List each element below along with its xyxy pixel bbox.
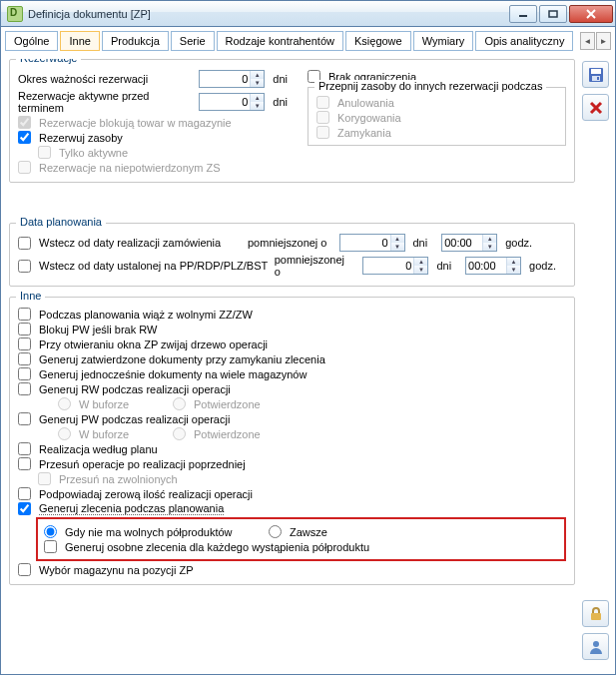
save-button[interactable]: [582, 61, 609, 88]
wstecz2-dni-unit: dni: [436, 260, 451, 272]
cancel-button[interactable]: [582, 94, 609, 121]
close-button[interactable]: [569, 5, 613, 23]
korygowania-label: Korygowania: [337, 112, 401, 124]
group-data-planowania: Data planowania Wstecz od daty realizacj…: [9, 223, 575, 287]
wstecz2-pomn: pomniejszonej o: [275, 254, 351, 278]
wstecz1-label: Wstecz od daty realizacji zamówienia: [39, 237, 244, 249]
i12-checkbox[interactable]: [18, 563, 31, 576]
lock-button[interactable]: [582, 600, 609, 627]
tab-content-inne: Rezerwacje Okres ważności rezerwacji ▲▼ …: [9, 59, 575, 664]
i10-label: Podpowiadaj zerową ilość realizacji oper…: [39, 488, 253, 500]
niepotw-checkbox: [18, 161, 31, 174]
i3-label: Przy otwieraniu okna ZP zwijaj drzewo op…: [39, 338, 268, 350]
tab-ogolne[interactable]: Ogólne: [5, 31, 58, 51]
i9-checkbox[interactable]: [18, 457, 31, 470]
titlebar: Definicja dokumentu [ZP]: [0, 0, 616, 27]
tab-scroll-right-icon[interactable]: ►: [596, 32, 611, 50]
tab-opis[interactable]: Opis analityczny: [475, 31, 573, 51]
tab-produkcja[interactable]: Produkcja: [102, 31, 169, 51]
i8-label: Realizacja według planu: [39, 443, 158, 455]
x-icon: [588, 100, 604, 116]
wstecz2-dni-spinner[interactable]: ▲▼: [362, 257, 428, 275]
i7-wbuf-label: W buforze: [79, 428, 169, 440]
blokuja-checkbox: [18, 116, 31, 129]
rezerwuj-checkbox[interactable]: [18, 131, 31, 144]
i6-wbuf-radio: [58, 397, 71, 410]
side-toolbar-top: [582, 61, 609, 121]
r1-radio[interactable]: [44, 525, 57, 538]
i10-checkbox[interactable]: [18, 487, 31, 500]
svg-rect-1: [549, 11, 557, 17]
group-przepnij: Przepnij zasoby do innych rezerwacji pod…: [308, 87, 566, 146]
i9a-label: Przesuń na zwolnionych: [59, 473, 178, 485]
svg-rect-7: [597, 77, 599, 80]
lock-icon: [588, 606, 604, 622]
i3-checkbox[interactable]: [18, 338, 31, 350]
wstecz2-time-input[interactable]: [466, 258, 506, 274]
maximize-button[interactable]: [539, 5, 567, 23]
wstecz1-time-spinner[interactable]: ▲▼: [441, 234, 497, 252]
zamykania-checkbox: [316, 126, 329, 139]
wstecz1-time-input[interactable]: [442, 235, 482, 251]
anulowania-label: Anulowania: [337, 97, 394, 109]
tab-inne[interactable]: Inne: [60, 31, 99, 51]
i11-checkbox[interactable]: [18, 502, 31, 515]
i7-wbuf-radio: [58, 427, 71, 440]
group-rezerwacje-title: Rezerwacje: [16, 59, 81, 64]
minimize-button[interactable]: [509, 5, 537, 23]
svg-point-11: [593, 641, 599, 647]
wstecz1-dni-unit: dni: [413, 237, 428, 249]
side-toolbar-bottom: [582, 600, 609, 660]
wstecz2-godz-unit: godz.: [529, 260, 556, 272]
window-title: Definicja dokumentu [ZP]: [28, 8, 509, 20]
i1-checkbox[interactable]: [18, 308, 31, 321]
i6-potw-radio: [173, 397, 186, 410]
i6-checkbox[interactable]: [18, 382, 31, 395]
i5-checkbox[interactable]: [18, 367, 31, 380]
i2-checkbox[interactable]: [18, 323, 31, 336]
wstecz1-dni-spinner[interactable]: ▲▼: [339, 234, 405, 252]
tab-rodzaje[interactable]: Rodzaje kontrahentów: [217, 31, 343, 51]
tab-ksiegowe[interactable]: Księgowe: [345, 31, 411, 51]
r2-label: Zawsze: [290, 526, 327, 538]
i5-label: Generuj jednocześnie dokumenty na wiele …: [39, 368, 307, 380]
i7-label: Generuj PW podczas realizacji operacji: [39, 413, 230, 425]
i6-wbuf-label: W buforze: [79, 398, 169, 410]
okres-spinner[interactable]: ▲▼: [199, 70, 265, 88]
wstecz2-time-spinner[interactable]: ▲▼: [465, 257, 521, 275]
wstecz1-godz-unit: godz.: [505, 237, 532, 249]
i8-checkbox[interactable]: [18, 442, 31, 455]
tab-row: Ogólne Inne Produkcja Serie Rodzaje kont…: [5, 31, 611, 51]
tab-serie[interactable]: Serie: [171, 31, 215, 51]
aktywne-spinner[interactable]: ▲▼: [199, 93, 265, 111]
wstecz1-checkbox[interactable]: [18, 237, 31, 250]
wstecz2-checkbox[interactable]: [18, 260, 31, 273]
r2-radio[interactable]: [269, 525, 282, 538]
svg-rect-10: [591, 613, 601, 620]
tab-scroll-left-icon[interactable]: ◄: [580, 32, 595, 50]
wstecz1-pomn: pomniejszonej o: [248, 237, 327, 249]
app-icon: [7, 6, 23, 22]
i4-checkbox[interactable]: [18, 352, 31, 365]
tylko-aktywne-label: Tylko aktywne: [59, 147, 128, 159]
i7-checkbox[interactable]: [18, 412, 31, 425]
niepotw-label: Rezerwacje na niepotwierdzonym ZS: [39, 162, 221, 174]
person-icon: [588, 639, 604, 655]
okres-input[interactable]: [200, 71, 250, 87]
wstecz1-dni-input[interactable]: [340, 235, 390, 251]
wstecz2-dni-input[interactable]: [363, 258, 413, 274]
i11-label: Generuj zlecenia podczas planowania: [39, 502, 224, 515]
floppy-icon: [588, 67, 604, 83]
i11a-checkbox[interactable]: [44, 540, 57, 553]
i9a-checkbox: [38, 472, 51, 485]
i4-label: Generuj zatwierdzone dokumenty przy zamy…: [39, 353, 325, 365]
aktywne-input[interactable]: [200, 94, 250, 110]
aktywne-unit: dni: [273, 96, 288, 108]
tab-wymiary[interactable]: Wymiary: [413, 31, 474, 51]
i1-label: Podczas planowania wiąż z wolnymi ZZ/ZW: [39, 309, 253, 321]
i7-potw-radio: [173, 427, 186, 440]
highlight-box: Gdy nie ma wolnych półproduktów Zawsze G…: [36, 517, 566, 561]
group-rezerwacje: Rezerwacje Okres ważności rezerwacji ▲▼ …: [9, 59, 575, 183]
i6-potw-label: Potwierdzone: [194, 398, 261, 410]
operator-button[interactable]: [582, 633, 609, 660]
